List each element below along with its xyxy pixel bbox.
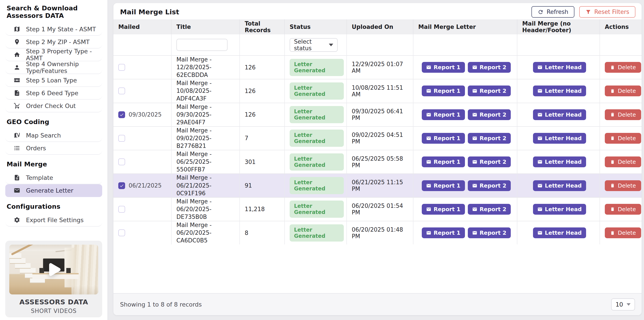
sidebar-item-orders[interactable]: Orders bbox=[5, 142, 102, 155]
trash-icon bbox=[610, 89, 615, 93]
mailed-checkbox[interactable] bbox=[118, 206, 125, 213]
sidebar-item-step6-deed-type[interactable]: Step 6 Deed Type bbox=[5, 87, 102, 100]
sidebar-item-label: Export File Settings bbox=[26, 217, 84, 223]
row-title: Mail Merge - 09/30/2025-29AE04F7 bbox=[176, 103, 236, 126]
report2-button[interactable]: Report 2 bbox=[468, 62, 511, 73]
total-records-cell: 7 bbox=[240, 127, 284, 150]
delete-button[interactable]: Delete bbox=[605, 86, 641, 96]
mailed-checkbox[interactable] bbox=[118, 182, 125, 189]
delete-button[interactable]: Delete bbox=[605, 156, 641, 167]
report2-button[interactable]: Report 2 bbox=[468, 227, 511, 238]
report2-button[interactable]: Report 2 bbox=[468, 156, 511, 167]
play-icon[interactable] bbox=[44, 259, 64, 280]
chevron-down-icon bbox=[329, 44, 333, 46]
mail-merge-letter-cell: Report 1 Report 2 bbox=[413, 103, 517, 127]
letter-head-button[interactable]: Letter Head bbox=[533, 180, 586, 191]
delete-button-label: Delete bbox=[618, 182, 636, 189]
delete-button[interactable]: Delete bbox=[605, 180, 641, 191]
report1-button[interactable]: Report 1 bbox=[422, 133, 465, 144]
refresh-button[interactable]: Refresh bbox=[532, 6, 574, 18]
envelope-icon bbox=[538, 159, 542, 164]
delete-button[interactable]: Delete bbox=[605, 109, 641, 120]
report1-button[interactable]: Report 1 bbox=[422, 227, 465, 238]
sidebar-item-step4-ownership[interactable]: Step 4 Ownership Type/Features bbox=[5, 61, 102, 74]
sidebar-item-step1-my-state[interactable]: Step 1 My State - ASMT bbox=[5, 23, 102, 36]
filter-cell-mail-merge-no-header-footer bbox=[517, 34, 600, 56]
report2-button-label: Report 2 bbox=[480, 182, 506, 189]
filter-cell-mailed bbox=[114, 34, 171, 56]
report1-button[interactable]: Report 1 bbox=[422, 180, 465, 191]
mailed-checkbox[interactable] bbox=[118, 88, 125, 94]
letter-head-button[interactable]: Letter Head bbox=[533, 109, 586, 120]
report2-button[interactable]: Report 2 bbox=[468, 109, 511, 120]
total-records-value: 126 bbox=[245, 88, 256, 94]
delete-button-label: Delete bbox=[618, 88, 636, 94]
mail-merge-no-header-footer-cell: Letter Head bbox=[517, 197, 600, 221]
delete-button[interactable]: Delete bbox=[605, 133, 641, 144]
table-row: 06/21/2025 Mail Merge - 06/21/2025-0C91F… bbox=[114, 174, 642, 197]
envelope-icon bbox=[472, 183, 477, 188]
status-filter-select[interactable]: Select status bbox=[290, 38, 338, 52]
sidebar-item-step5-loan-type[interactable]: Step 5 Loan Type bbox=[5, 74, 102, 87]
letter-head-button[interactable]: Letter Head bbox=[533, 156, 586, 167]
status-cell: Letter Generated bbox=[284, 197, 347, 221]
sidebar-item-export-file-settings[interactable]: Export File Settings bbox=[5, 214, 102, 227]
page-size-value: 10 bbox=[616, 301, 623, 308]
table-row: Mail Merge - 12/28/2025-62ECBDDA 126 Let… bbox=[114, 56, 642, 79]
reset-filters-button[interactable]: Reset Filters bbox=[579, 6, 636, 18]
report1-button[interactable]: Report 1 bbox=[422, 86, 465, 96]
letter-head-button[interactable]: Letter Head bbox=[533, 133, 586, 144]
mailed-checkbox[interactable] bbox=[118, 135, 125, 142]
mailed-checkbox[interactable] bbox=[118, 229, 125, 236]
report1-button[interactable]: Report 1 bbox=[422, 109, 465, 120]
sidebar-item-map-search[interactable]: Map Search bbox=[5, 129, 102, 142]
letter-head-button[interactable]: Letter Head bbox=[533, 86, 586, 96]
sidebar-item-generate-letter[interactable]: Generate Letter bbox=[5, 184, 102, 197]
records-summary: Showing 1 to 8 of 8 records bbox=[120, 301, 202, 308]
status-cell: Letter Generated bbox=[284, 221, 347, 244]
sidebar-item-order-check-out[interactable]: Order Check Out bbox=[5, 100, 102, 112]
total-records-cell: 126 bbox=[240, 79, 284, 103]
table-footer: Showing 1 to 8 of 8 records 10 bbox=[114, 293, 642, 315]
report2-button[interactable]: Report 2 bbox=[468, 180, 511, 191]
letter-head-button[interactable]: Letter Head bbox=[533, 204, 586, 215]
sidebar-item-label: Orders bbox=[26, 145, 46, 152]
mail-merge-no-header-footer-cell: Letter Head bbox=[517, 127, 600, 150]
delete-button[interactable]: Delete bbox=[605, 204, 641, 215]
total-records-cell: 91 bbox=[240, 174, 284, 197]
filter-cell-uploaded-on bbox=[347, 34, 413, 56]
page-size-select[interactable]: 10 bbox=[611, 298, 635, 310]
delete-button[interactable]: Delete bbox=[605, 62, 641, 73]
actions-cell: Delete bbox=[600, 127, 642, 150]
mailed-cell bbox=[114, 56, 171, 79]
report1-button-label: Report 1 bbox=[434, 230, 460, 236]
report2-button[interactable]: Report 2 bbox=[468, 86, 511, 96]
mailed-checkbox[interactable] bbox=[118, 64, 125, 71]
mailed-checkbox[interactable] bbox=[118, 158, 125, 165]
sidebar-item-step2-my-zip[interactable]: Step 2 My ZIP - ASMT bbox=[5, 36, 102, 49]
title-filter-input[interactable] bbox=[176, 39, 228, 51]
report1-button[interactable]: Report 1 bbox=[422, 62, 465, 73]
toolbar: Refresh Reset Filters bbox=[532, 6, 636, 18]
sidebar-item-step3-property-type[interactable]: Step 3 Property Type - ASMT bbox=[5, 49, 102, 61]
delete-button[interactable]: Delete bbox=[605, 227, 641, 238]
mailed-checkbox[interactable] bbox=[118, 111, 125, 118]
report2-button[interactable]: Report 2 bbox=[468, 204, 511, 215]
sidebar-item-template[interactable]: Template bbox=[5, 171, 102, 184]
assessors-video-card[interactable]: ASSESSORS DATA SHORT VIDEOS bbox=[5, 241, 102, 317]
letter-head-button[interactable]: Letter Head bbox=[533, 62, 586, 73]
table-row: 09/30/2025 Mail Merge - 09/30/2025-29AE0… bbox=[114, 103, 642, 127]
video-thumbnail[interactable] bbox=[9, 245, 98, 294]
table-row: Mail Merge - 06/20/2025-CA6DC0B5 8 Lette… bbox=[114, 221, 642, 244]
report1-button[interactable]: Report 1 bbox=[422, 156, 465, 167]
letter-head-button[interactable]: Letter Head bbox=[533, 227, 586, 238]
report1-button[interactable]: Report 1 bbox=[422, 204, 465, 215]
letter-head-button-label: Letter Head bbox=[545, 182, 582, 189]
mail-merge-no-header-footer-cell: Letter Head bbox=[517, 150, 600, 174]
envelope-icon bbox=[426, 65, 431, 70]
report2-button[interactable]: Report 2 bbox=[468, 133, 511, 144]
sidebar-item-label: Map Search bbox=[26, 132, 61, 139]
report1-button-label: Report 1 bbox=[434, 182, 460, 189]
report1-button-label: Report 1 bbox=[434, 135, 460, 142]
report2-button-label: Report 2 bbox=[480, 112, 506, 118]
